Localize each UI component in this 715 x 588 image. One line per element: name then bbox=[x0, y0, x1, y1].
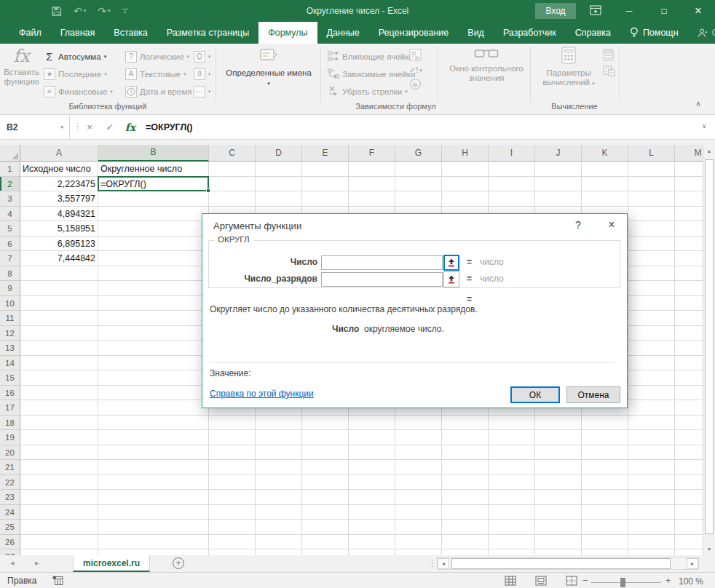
column-header-G[interactable]: G bbox=[395, 145, 442, 162]
ribbon-display-options-button[interactable] bbox=[590, 5, 601, 17]
cell-H26[interactable] bbox=[442, 535, 489, 550]
cell-L26[interactable] bbox=[628, 535, 675, 550]
cell-E25[interactable] bbox=[302, 520, 349, 535]
cell-G23[interactable] bbox=[395, 490, 442, 505]
cell-J21[interactable] bbox=[535, 460, 582, 475]
cell-A3[interactable]: 3,557797 bbox=[20, 191, 98, 207]
tab-Общий доступ[interactable]: Общий доступ bbox=[688, 22, 715, 44]
row-header-19[interactable]: 19 bbox=[0, 430, 20, 445]
cell-A10[interactable] bbox=[20, 296, 98, 311]
cell-B4[interactable] bbox=[98, 207, 209, 222]
cell-B26[interactable] bbox=[98, 535, 209, 550]
maximize-button[interactable]: □ bbox=[651, 0, 677, 22]
cell-D23[interactable] bbox=[256, 490, 302, 505]
cell-J19[interactable] bbox=[535, 430, 582, 445]
cell-B16[interactable] bbox=[98, 386, 209, 401]
row-header-6[interactable]: 6 bbox=[0, 237, 20, 252]
cell-B24[interactable] bbox=[98, 505, 209, 520]
cell-L5[interactable] bbox=[628, 221, 675, 237]
cell-C20[interactable] bbox=[209, 445, 256, 461]
cell-M1[interactable] bbox=[675, 162, 703, 177]
watch-window-button[interactable]: Окно контрольного значения bbox=[446, 47, 527, 83]
recent-functions-button[interactable]: ★Последние▾ bbox=[44, 66, 113, 82]
cell-D25[interactable] bbox=[256, 520, 302, 535]
tab-Помощн[interactable]: Помощн bbox=[620, 22, 688, 44]
cell-G3[interactable] bbox=[395, 191, 442, 207]
row-header-10[interactable]: 10 bbox=[0, 296, 20, 311]
cell-K27[interactable] bbox=[582, 549, 628, 555]
dialog-help-button[interactable]: ? bbox=[575, 219, 581, 231]
remove-arrows-button[interactable]: Убрать стрелки ▾ bbox=[328, 84, 415, 99]
column-header-M[interactable]: M bbox=[675, 145, 703, 162]
cell-L3[interactable] bbox=[628, 191, 675, 207]
cell-E23[interactable] bbox=[302, 490, 349, 505]
cell-J20[interactable] bbox=[535, 445, 582, 461]
cell-A17[interactable] bbox=[20, 400, 98, 416]
cell-B10[interactable] bbox=[98, 296, 209, 311]
cell-M3[interactable] bbox=[675, 191, 703, 207]
cell-I18[interactable] bbox=[489, 416, 535, 431]
row-header-15[interactable]: 15 bbox=[0, 370, 20, 386]
row-header-3[interactable]: 3 bbox=[0, 191, 20, 207]
trace-precedents-button[interactable]: Влияющие ячейки bbox=[328, 49, 415, 64]
row-header-23[interactable]: 23 bbox=[0, 490, 20, 505]
cell-E2[interactable] bbox=[302, 177, 349, 192]
cell-M16[interactable] bbox=[675, 386, 703, 401]
cell-H22[interactable] bbox=[442, 475, 489, 490]
cell-K1[interactable] bbox=[582, 162, 628, 177]
cell-L24[interactable] bbox=[628, 505, 675, 520]
cell-F24[interactable] bbox=[349, 505, 395, 520]
cell-B17[interactable] bbox=[98, 400, 209, 416]
cell-H25[interactable] bbox=[442, 520, 489, 535]
cell-K22[interactable] bbox=[582, 475, 628, 490]
cell-L13[interactable] bbox=[628, 341, 675, 356]
cell-K2[interactable] bbox=[582, 177, 628, 192]
digits-field-collapse-button[interactable] bbox=[443, 271, 459, 287]
cell-E27[interactable] bbox=[302, 549, 349, 555]
cell-D22[interactable] bbox=[256, 475, 302, 490]
cell-B9[interactable] bbox=[98, 281, 209, 296]
lookup-functions-button[interactable]: Q▾ bbox=[194, 49, 211, 64]
cell-L19[interactable] bbox=[628, 430, 675, 445]
cell-E1[interactable] bbox=[302, 162, 349, 177]
scrollbar-resize-handle[interactable]: ⋮ bbox=[428, 558, 437, 568]
cell-G21[interactable] bbox=[395, 460, 442, 475]
cell-A25[interactable] bbox=[20, 520, 98, 535]
cell-F26[interactable] bbox=[349, 535, 395, 550]
cell-H27[interactable] bbox=[442, 549, 489, 555]
cell-M27[interactable] bbox=[675, 549, 703, 555]
cell-B7[interactable] bbox=[98, 251, 209, 266]
cell-J2[interactable] bbox=[535, 177, 582, 192]
cell-J25[interactable] bbox=[535, 520, 582, 535]
cell-A13[interactable] bbox=[20, 341, 98, 356]
cell-B5[interactable] bbox=[98, 221, 209, 237]
cancel-button[interactable]: Отмена bbox=[566, 386, 620, 403]
cell-K21[interactable] bbox=[582, 460, 628, 475]
cell-M10[interactable] bbox=[675, 296, 703, 311]
scroll-down-arrow[interactable]: ▾ bbox=[703, 543, 715, 555]
row-header-9[interactable]: 9 bbox=[0, 281, 20, 296]
cell-L4[interactable] bbox=[628, 207, 675, 222]
column-header-I[interactable]: I bbox=[489, 145, 535, 162]
cell-B2[interactable]: =ОКРУГЛ() bbox=[98, 177, 209, 192]
dialog-close-button[interactable]: × bbox=[601, 218, 622, 232]
cell-G26[interactable] bbox=[395, 535, 442, 550]
cell-L25[interactable] bbox=[628, 520, 675, 535]
macro-record-button[interactable] bbox=[52, 576, 63, 588]
cell-L21[interactable] bbox=[628, 460, 675, 475]
zoom-level-label[interactable]: 100 % bbox=[679, 576, 703, 587]
cell-F21[interactable] bbox=[349, 460, 395, 475]
cell-A20[interactable] bbox=[20, 445, 98, 461]
cell-M11[interactable] bbox=[675, 311, 703, 326]
cell-H3[interactable] bbox=[442, 191, 489, 207]
cell-B11[interactable] bbox=[98, 311, 209, 326]
cell-I1[interactable] bbox=[489, 162, 535, 177]
cell-C21[interactable] bbox=[209, 460, 256, 475]
column-header-E[interactable]: E bbox=[302, 145, 349, 162]
cell-B21[interactable] bbox=[98, 460, 209, 475]
row-header-25[interactable]: 25 bbox=[0, 520, 20, 535]
cell-D18[interactable] bbox=[256, 416, 302, 431]
row-header-17[interactable]: 17 bbox=[0, 400, 20, 416]
cell-L20[interactable] bbox=[628, 445, 675, 461]
cell-L10[interactable] bbox=[628, 296, 675, 311]
